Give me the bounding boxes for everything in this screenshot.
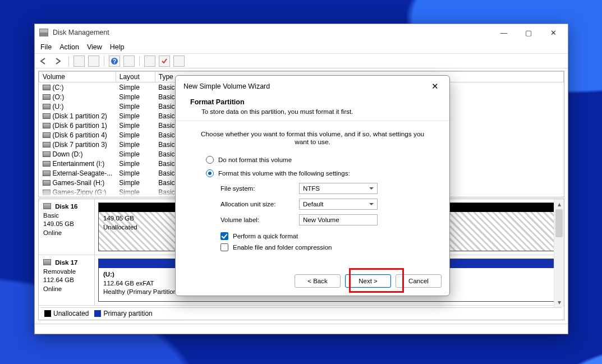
disk16-part-status: Unallocated: [103, 223, 137, 232]
radio-label-noformat: Do not format this volume: [218, 156, 292, 163]
dialog-header-sub: To store data on this partition, you mus…: [201, 108, 435, 115]
dialog-header: Format Partition To store data on this p…: [176, 97, 449, 121]
toolbar-btn-4[interactable]: [144, 56, 155, 67]
field-volume-label: Volume label: New Volume: [220, 214, 431, 225]
label-volume-label: Volume label:: [220, 216, 299, 223]
disk-icon: [43, 203, 51, 209]
disk17-label: Disk 17 Removable 112.64 GB Online: [39, 255, 95, 305]
checkbox-icon[interactable]: [220, 243, 228, 251]
volume-icon: [43, 113, 50, 119]
menu-file[interactable]: File: [40, 43, 52, 51]
menu-action[interactable]: Action: [59, 43, 79, 51]
menu-bar: File Action View Help: [35, 41, 568, 54]
status-bar: [35, 324, 568, 334]
radio-label-format: Format this volume with the following se…: [218, 170, 350, 177]
col-volume[interactable]: Volume: [39, 72, 116, 82]
disk17-title: Disk 17: [55, 259, 77, 266]
volume-icon: [43, 123, 50, 128]
radio-icon[interactable]: [206, 169, 214, 177]
toolbar-btn-6[interactable]: [173, 56, 185, 67]
checkbox-compression[interactable]: Enable file and folder compression: [220, 243, 431, 251]
dialog-title: New Simple Volume Wizard: [183, 82, 270, 90]
disk17-status: Online: [43, 285, 90, 294]
value-allocation: Default: [303, 201, 323, 208]
select-file-system[interactable]: NTFS: [299, 183, 378, 194]
dialog-body: Choose whether you want to format this v…: [176, 121, 449, 269]
select-allocation[interactable]: Default: [299, 199, 378, 210]
label-allocation: Allocation unit size:: [220, 201, 299, 208]
volume-icon: [43, 94, 50, 100]
new-simple-volume-wizard: New Simple Volume Wizard ✕ Format Partit…: [175, 75, 450, 296]
disk16-size: 149.05 GB: [43, 220, 90, 229]
window-title: Disk Management: [53, 29, 109, 36]
volume-icon: [43, 132, 50, 138]
maximize-button[interactable]: ▢: [516, 25, 541, 40]
toolbar-btn-3[interactable]: [123, 56, 135, 67]
radio-format-volume[interactable]: Format this volume with the following se…: [206, 169, 431, 177]
disk16-label: Disk 16 Basic 149.05 GB Online: [39, 199, 95, 255]
legend: Unallocated Primary partition: [41, 307, 562, 319]
volume-icon: [43, 151, 50, 157]
volume-icon: [43, 85, 50, 90]
checkbox-quick-format[interactable]: Perform a quick format: [220, 232, 431, 240]
radio-do-not-format[interactable]: Do not format this volume: [206, 156, 431, 164]
field-file-system: File system: NTFS: [220, 183, 431, 194]
dialog-intro: Choose whether you want to format this v…: [194, 130, 431, 146]
back-icon[interactable]: [38, 56, 49, 67]
field-allocation-size: Allocation unit size: Default: [220, 199, 431, 210]
input-volume-label[interactable]: New Volume: [299, 214, 378, 225]
scroll-thumb[interactable]: [555, 209, 563, 237]
disk16-kind: Basic: [43, 211, 90, 220]
close-button[interactable]: ✕: [541, 25, 566, 40]
forward-icon[interactable]: [53, 56, 64, 67]
dialog-header-title: Format Partition: [190, 98, 435, 106]
radio-icon[interactable]: [206, 156, 214, 164]
toolbar-btn-5[interactable]: [159, 56, 170, 67]
checkbox-label-compress: Enable file and folder compression: [233, 244, 332, 251]
disk17-part-size: 112.64 GB exFAT: [103, 279, 179, 288]
volume-icon: [43, 161, 50, 167]
value-file-system: NTFS: [303, 185, 320, 192]
menu-help[interactable]: Help: [110, 43, 125, 51]
checkbox-icon[interactable]: [220, 232, 228, 240]
app-icon: [39, 29, 48, 36]
disk16-title: Disk 16: [55, 203, 77, 210]
svg-text:?: ?: [113, 58, 116, 64]
legend-primary-label: Primary partition: [103, 310, 152, 317]
disk17-part-status: Healthy (Primary Partition): [103, 288, 179, 297]
help-icon[interactable]: ?: [109, 56, 120, 67]
dialog-titlebar[interactable]: New Simple Volume Wizard ✕: [176, 76, 449, 97]
toolbar-btn-2[interactable]: [88, 56, 99, 67]
graph-scrollbar[interactable]: ▴ ▾: [554, 199, 564, 307]
volume-icon: [43, 142, 50, 148]
volume-icon: [43, 104, 50, 109]
disk-icon: [43, 259, 51, 265]
toolbar: ?: [35, 54, 568, 68]
cancel-button[interactable]: Cancel: [396, 274, 442, 288]
legend-primary: Primary partition: [94, 310, 152, 317]
label-file-system: File system:: [220, 185, 299, 192]
disk17-kind: Removable: [43, 268, 90, 277]
dialog-footer: < Back Next > Cancel: [176, 269, 449, 296]
scroll-down-icon[interactable]: ▾: [554, 297, 564, 307]
minimize-button[interactable]: —: [491, 25, 516, 40]
titlebar[interactable]: Disk Management — ▢ ✕: [35, 24, 568, 41]
next-button[interactable]: Next >: [345, 274, 391, 288]
toolbar-btn-1[interactable]: [73, 56, 85, 67]
dialog-close-button[interactable]: ✕: [425, 79, 445, 94]
col-layout[interactable]: Layout: [116, 72, 155, 82]
value-volume-label: New Volume: [303, 216, 339, 223]
volume-icon: [43, 171, 50, 176]
scroll-up-icon[interactable]: ▴: [554, 199, 564, 209]
back-button[interactable]: < Back: [295, 274, 341, 288]
legend-unallocated: Unallocated: [44, 310, 89, 317]
disk17-size: 112.64 GB: [43, 276, 90, 285]
checkbox-label-quick: Perform a quick format: [233, 233, 298, 239]
menu-view[interactable]: View: [87, 43, 102, 51]
volume-icon: [43, 180, 50, 186]
disk17-part-name: (U:): [103, 270, 179, 279]
legend-unalloc-label: Unallocated: [53, 310, 89, 317]
disk16-part-size: 149.05 GB: [103, 214, 137, 223]
disk16-status: Online: [43, 229, 90, 238]
